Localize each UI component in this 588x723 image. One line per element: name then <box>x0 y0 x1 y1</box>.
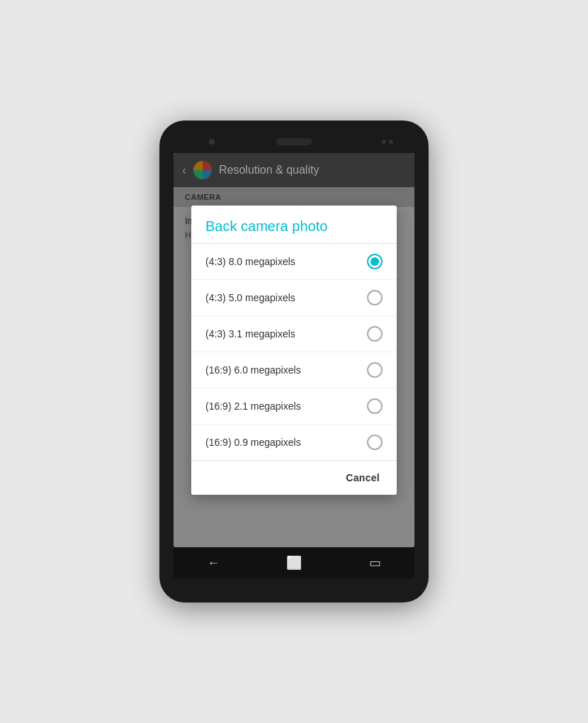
option-8mp[interactable]: (4:3) 8.0 megapixels <box>191 244 397 280</box>
option-21mp-169[interactable]: (16:9) 2.1 megapixels <box>191 388 397 425</box>
cancel-button[interactable]: Cancel <box>334 466 391 489</box>
phone-screen: ‹ Resolution & quality CAMERA Image qual… <box>174 153 414 547</box>
option-8mp-label: (4:3) 8.0 megapixels <box>205 256 295 267</box>
dialog-title: Back camera photo <box>191 206 397 244</box>
radio-09mp-169[interactable] <box>367 435 383 450</box>
radio-8mp[interactable] <box>367 254 383 269</box>
option-21mp-169-label: (16:9) 2.1 megapixels <box>205 400 301 412</box>
option-5mp-label: (4:3) 5.0 megapixels <box>205 292 295 303</box>
front-camera-icon <box>209 139 215 145</box>
radio-5mp[interactable] <box>367 290 383 306</box>
option-31mp[interactable]: (4:3) 3.1 megapixels <box>191 316 397 352</box>
radio-6mp-169[interactable] <box>367 362 383 378</box>
option-09mp-169[interactable]: (16:9) 0.9 megapixels <box>191 425 397 460</box>
dialog-actions: Cancel <box>191 460 397 495</box>
radio-31mp[interactable] <box>367 326 383 342</box>
option-6mp-169-label: (16:9) 6.0 megapixels <box>205 364 301 376</box>
phone-speaker <box>276 138 312 145</box>
option-09mp-169-label: (16:9) 0.9 megapixels <box>205 437 301 448</box>
resolution-dialog: Back camera photo (4:3) 8.0 megapixels (… <box>191 206 397 495</box>
modal-overlay: Back camera photo (4:3) 8.0 megapixels (… <box>174 153 414 547</box>
back-nav-button[interactable]: ← <box>207 556 220 571</box>
recents-nav-button[interactable]: ▭ <box>369 555 381 571</box>
option-6mp-169[interactable]: (16:9) 6.0 megapixels <box>191 352 397 388</box>
phone-top-bar <box>166 130 422 153</box>
bottom-nav-bar: ← ⬜ ▭ <box>174 547 414 578</box>
phone-dots <box>382 140 393 144</box>
home-nav-button[interactable]: ⬜ <box>286 555 302 571</box>
dialog-options: (4:3) 8.0 megapixels (4:3) 5.0 megapixel… <box>191 244 397 460</box>
radio-21mp-169[interactable] <box>367 398 383 414</box>
option-5mp[interactable]: (4:3) 5.0 megapixels <box>191 280 397 316</box>
option-31mp-label: (4:3) 3.1 megapixels <box>205 328 295 340</box>
phone-device: ‹ Resolution & quality CAMERA Image qual… <box>159 120 429 602</box>
radio-8mp-inner <box>371 257 379 266</box>
